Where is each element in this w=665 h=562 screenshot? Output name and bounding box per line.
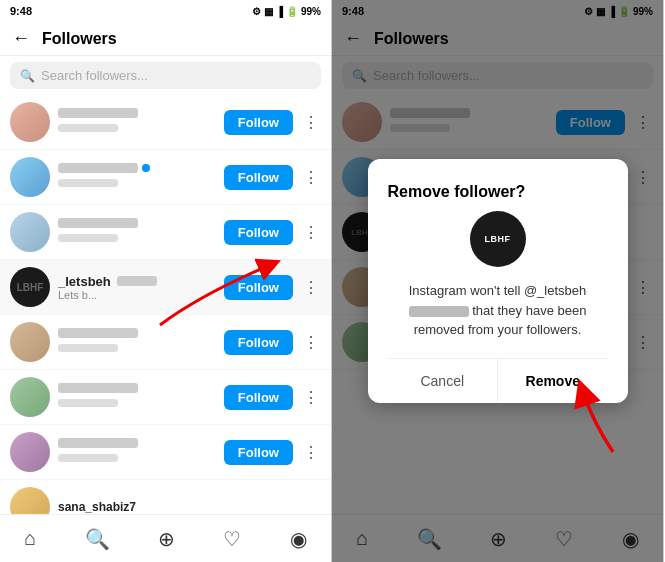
left-follow-btn-6[interactable]: Follow — [224, 385, 293, 410]
left-follower-row-2: Follow ⋮ — [0, 150, 331, 205]
left-avatar-4: LBHF — [10, 267, 50, 307]
left-follower-row-3: Follow ⋮ — [0, 205, 331, 260]
battery-icon: 🔋 — [286, 6, 298, 17]
left-follower-row-6: Follow ⋮ — [0, 370, 331, 425]
left-search-icon: 🔍 — [20, 69, 35, 83]
left-bottom-nav: ⌂ 🔍 ⊕ ♡ ◉ — [0, 514, 331, 562]
left-follower-bio-1 — [58, 124, 118, 132]
remove-follower-dialog: Remove follower? LBHF Instagram won't te… — [368, 159, 628, 403]
left-follower-row-7: Follow ⋮ — [0, 425, 331, 480]
left-phone-panel: 9:48 ⚙ ▦ ▐ 🔋 99% ← Followers 🔍 Search fo… — [0, 0, 332, 562]
left-follower-bio-4: Lets b... — [58, 289, 158, 301]
battery-percent: 99% — [301, 6, 321, 17]
left-avatar-3 — [10, 212, 50, 252]
left-followers-list: Follow ⋮ Follow ⋮ Follow ⋮ LBHF — [0, 95, 331, 514]
left-blue-dot-2 — [142, 164, 150, 172]
dialog-title: Remove follower? — [388, 183, 526, 200]
left-follower-info-2 — [58, 163, 216, 191]
left-follower-name-4: _letsbeh — [58, 274, 216, 289]
right-phone-panel: 9:48 ⚙ ▦ ▐ 🔋 99% ← Followers 🔍 Search fo… — [332, 0, 664, 562]
left-follower-info-5 — [58, 328, 216, 356]
left-more-btn-4[interactable]: ⋮ — [301, 278, 321, 297]
left-follower-bio-3 — [58, 234, 118, 242]
left-nav-heart[interactable]: ♡ — [223, 527, 241, 551]
signal-icon: ▐ — [276, 6, 283, 17]
left-follower-info-1 — [58, 108, 216, 136]
left-follower-row-4: LBHF _letsbeh Lets b... Follow ⋮ — [0, 260, 331, 315]
left-avatar-2 — [10, 157, 50, 197]
left-nav-profile[interactable]: ◉ — [290, 527, 307, 551]
left-follower-bio-2 — [58, 179, 118, 187]
left-time: 9:48 — [10, 5, 32, 17]
left-follower-name-2 — [58, 163, 138, 173]
left-status-bar: 9:48 ⚙ ▦ ▐ 🔋 99% — [0, 0, 331, 22]
left-follower-name-1 — [58, 108, 138, 118]
left-follow-btn-3[interactable]: Follow — [224, 220, 293, 245]
left-follower-info-8: sana_shabiz7 — [58, 500, 321, 514]
left-follower-info-6 — [58, 383, 216, 411]
left-page-title: Followers — [42, 30, 117, 48]
left-follower-name-7 — [58, 438, 138, 448]
left-follower-bio-7 — [58, 454, 118, 462]
right-dim-overlay: Remove follower? LBHF Instagram won't te… — [332, 0, 663, 562]
left-nav-add[interactable]: ⊕ — [158, 527, 175, 551]
left-more-btn-5[interactable]: ⋮ — [301, 333, 321, 352]
left-avatar-1 — [10, 102, 50, 142]
dialog-remove-button[interactable]: Remove — [498, 359, 608, 403]
left-follow-btn-2[interactable]: Follow — [224, 165, 293, 190]
left-follower-row-1: Follow ⋮ — [0, 95, 331, 150]
left-status-icons: ⚙ ▦ ▐ 🔋 99% — [252, 6, 321, 17]
left-follower-name-6 — [58, 383, 138, 393]
dialog-blurred-username — [409, 306, 469, 317]
left-follower-row-8: sana_shabiz7 — [0, 480, 331, 514]
left-follower-name-4-blurred — [117, 276, 157, 286]
left-follow-btn-7[interactable]: Follow — [224, 440, 293, 465]
left-follow-btn-1[interactable]: Follow — [224, 110, 293, 135]
left-search-bar[interactable]: 🔍 Search followers... — [10, 62, 321, 89]
left-follow-btn-4[interactable]: Follow — [224, 275, 293, 300]
left-more-btn-7[interactable]: ⋮ — [301, 443, 321, 462]
left-follower-info-4: _letsbeh Lets b... — [58, 274, 216, 301]
left-more-btn-2[interactable]: ⋮ — [301, 168, 321, 187]
left-more-btn-3[interactable]: ⋮ — [301, 223, 321, 242]
left-nav-search[interactable]: 🔍 — [85, 527, 110, 551]
left-follower-row-5: Follow ⋮ — [0, 315, 331, 370]
dialog-actions: Cancel Remove — [388, 358, 608, 403]
left-avatar-6 — [10, 377, 50, 417]
left-avatar-5 — [10, 322, 50, 362]
left-follower-bio-5 — [58, 344, 118, 352]
left-avatar-7 — [10, 432, 50, 472]
left-follower-info-3 — [58, 218, 216, 246]
left-more-btn-1[interactable]: ⋮ — [301, 113, 321, 132]
left-follower-name-3 — [58, 218, 138, 228]
dialog-avatar: LBHF — [470, 211, 526, 267]
left-follow-btn-5[interactable]: Follow — [224, 330, 293, 355]
dialog-message: Instagram won't tell @_letsbeh that they… — [388, 281, 608, 340]
left-follower-name-5 — [58, 328, 138, 338]
left-follower-info-7 — [58, 438, 216, 466]
dialog-cancel-button[interactable]: Cancel — [388, 359, 499, 403]
left-more-btn-6[interactable]: ⋮ — [301, 388, 321, 407]
wifi-icon: ▦ — [264, 6, 273, 17]
left-back-button[interactable]: ← — [12, 28, 30, 49]
left-avatar-8 — [10, 487, 50, 514]
left-follower-name-8: sana_shabiz7 — [58, 500, 321, 514]
left-follower-bio-6 — [58, 399, 118, 407]
settings-icon: ⚙ — [252, 6, 261, 17]
left-search-input[interactable]: Search followers... — [41, 68, 148, 83]
left-nav-home[interactable]: ⌂ — [24, 527, 36, 550]
left-header: ← Followers — [0, 22, 331, 56]
